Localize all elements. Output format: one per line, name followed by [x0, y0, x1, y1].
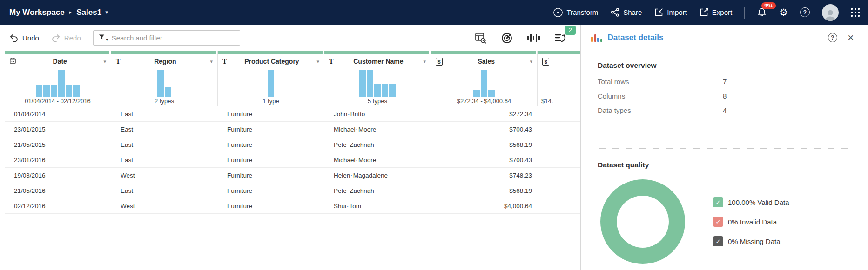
- cell-product-category[interactable]: Furniture: [218, 157, 324, 164]
- cell-customer-name[interactable]: Michael·Moore: [324, 126, 431, 133]
- cell-sales[interactable]: $700.43: [431, 157, 538, 164]
- table-row: 01/04/2014EastFurnitureJohn·Britto$272.3…: [5, 106, 580, 122]
- column-histogram[interactable]: [111, 68, 217, 97]
- cell-product-category[interactable]: Furniture: [218, 111, 324, 118]
- column-header[interactable]: TRegion▾: [111, 54, 217, 68]
- currency-type-icon: $: [436, 58, 443, 66]
- cell-date[interactable]: 02/12/2016: [5, 203, 111, 210]
- applied-steps-icon[interactable]: 2: [554, 32, 566, 44]
- redo-button[interactable]: Redo: [51, 34, 81, 42]
- column-histogram[interactable]: [218, 68, 324, 97]
- column-menu-caret-icon[interactable]: ▾: [210, 59, 213, 65]
- avatar[interactable]: [822, 4, 839, 21]
- currency-type-icon: $: [542, 58, 549, 66]
- cell-region[interactable]: West: [111, 172, 218, 179]
- cell-product-category[interactable]: Furniture: [218, 126, 324, 133]
- column-menu-caret-icon[interactable]: ▾: [103, 59, 106, 65]
- table-row: 21/05/2016EastFurniturePete·Zachriah$568…: [5, 183, 580, 198]
- cell-date[interactable]: 19/03/2016: [5, 172, 111, 179]
- toolbar: Undo Redo ▾: [0, 25, 580, 51]
- cell-sales[interactable]: $4,000.64: [431, 203, 538, 210]
- cell-date[interactable]: 01/04/2014: [5, 111, 111, 118]
- cell-region[interactable]: East: [111, 111, 218, 118]
- panel-close-icon[interactable]: ✕: [848, 33, 854, 43]
- target-bullseye-icon[interactable]: [501, 32, 513, 44]
- column-Product Category: TProduct Category▾1 type: [218, 51, 324, 106]
- import-icon: [654, 7, 664, 17]
- table-row: 02/12/2016WestFurnitureShui·Tom$4,000.64: [5, 198, 580, 214]
- export-button[interactable]: Export: [699, 7, 732, 17]
- notifications-button[interactable]: 99+: [757, 7, 767, 19]
- column-histogram[interactable]: [538, 68, 580, 97]
- transform-button[interactable]: Transform: [553, 7, 598, 18]
- histogram-bar: [382, 84, 388, 97]
- breadcrumb-dataset[interactable]: Sales1: [76, 8, 101, 17]
- cell-sales[interactable]: $700.43: [431, 126, 538, 133]
- column-header[interactable]: TCustomer Name▾: [324, 54, 431, 68]
- cell-customer-name[interactable]: John·Britto: [324, 111, 431, 118]
- histogram-bar: [359, 70, 366, 97]
- cell-region[interactable]: West: [111, 203, 218, 210]
- column-topbar: [5, 51, 109, 54]
- settings-button[interactable]: ⚙: [779, 7, 788, 17]
- cell-product-category[interactable]: Furniture: [218, 172, 324, 179]
- cell-date[interactable]: 23/01/2016: [5, 157, 111, 164]
- column-menu-caret-icon[interactable]: ▾: [316, 59, 319, 65]
- column-menu-caret-icon[interactable]: ▾: [530, 59, 532, 65]
- cell-region[interactable]: East: [111, 141, 218, 148]
- cell-customer-name[interactable]: Helen·Magadalene: [324, 172, 431, 179]
- column-header[interactable]: TProduct Category▾: [218, 54, 324, 68]
- column-header[interactable]: $: [538, 54, 580, 68]
- column-menu-caret-icon[interactable]: ▾: [423, 59, 426, 65]
- cell-date[interactable]: 21/05/2015: [5, 141, 111, 148]
- search-input[interactable]: [112, 34, 235, 42]
- cell-sales[interactable]: $748.23: [431, 172, 538, 179]
- legend-item: ✓0% Invalid Data: [713, 217, 789, 227]
- help-button[interactable]: ?: [800, 7, 810, 17]
- space-marker: ·: [356, 126, 359, 133]
- column-histogram[interactable]: [324, 68, 431, 97]
- cell-customer-name[interactable]: Pete·Zachriah: [324, 141, 431, 148]
- legend-checkbox[interactable]: ✓: [713, 197, 723, 207]
- cell-sales[interactable]: $568.19: [431, 141, 538, 148]
- cell-region[interactable]: East: [111, 187, 218, 194]
- data-grid: Date▾01/04/2014 - 02/12/2016TRegion▾2 ty…: [5, 51, 580, 214]
- filter-funnel-icon: [98, 33, 105, 42]
- cell-customer-name[interactable]: Shui·Tom: [324, 203, 431, 210]
- cell-sales[interactable]: $568.19: [431, 187, 538, 194]
- import-button[interactable]: Import: [654, 7, 687, 17]
- cell-product-category[interactable]: Furniture: [218, 141, 324, 148]
- cell-product-category[interactable]: Furniture: [218, 187, 324, 194]
- panel-help-icon[interactable]: ?: [828, 33, 837, 42]
- column-Customer Name: TCustomer Name▾5 types: [324, 51, 431, 106]
- legend-checkbox[interactable]: ✓: [713, 217, 723, 227]
- table-search-icon[interactable]: [474, 32, 487, 44]
- cell-sales[interactable]: $272.34: [431, 111, 538, 118]
- breadcrumb-workspace[interactable]: My Workspace: [9, 8, 65, 17]
- apps-grid-icon[interactable]: [851, 8, 860, 17]
- cell-customer-name[interactable]: Pete·Zachriah: [324, 187, 431, 194]
- column-header[interactable]: Date▾: [5, 54, 111, 68]
- cell-region[interactable]: East: [111, 157, 218, 164]
- cell-customer-name[interactable]: Michael·Moore: [324, 157, 431, 164]
- gear-icon: ⚙: [779, 7, 788, 17]
- legend-checkbox[interactable]: ✓: [713, 236, 723, 246]
- undo-button[interactable]: Undo: [9, 34, 39, 42]
- cell-product-category[interactable]: Furniture: [218, 203, 324, 210]
- column-histogram[interactable]: [431, 68, 537, 97]
- histogram-view-icon[interactable]: [527, 33, 540, 43]
- breadcrumb-chevron-icon: ▸: [69, 9, 72, 15]
- share-button[interactable]: Share: [610, 7, 642, 17]
- dataset-caret-icon[interactable]: ▾: [105, 9, 108, 15]
- column-topbar: [324, 51, 429, 54]
- search-filter-box: ▾: [93, 30, 240, 46]
- cell-date[interactable]: 23/01/2015: [5, 126, 111, 133]
- column-topbar: [218, 51, 323, 54]
- quality-legend: ✓100.00% Valid Data✓0% Invalid Data✓0% M…: [713, 197, 789, 246]
- column-header[interactable]: $Sales▾: [431, 54, 537, 68]
- cell-date[interactable]: 21/05/2016: [5, 187, 111, 194]
- column-histogram[interactable]: [5, 68, 111, 97]
- panel-header: Dataset details ? ✕: [581, 25, 868, 51]
- overview-row: Total rows7: [598, 74, 851, 89]
- cell-region[interactable]: East: [111, 126, 218, 133]
